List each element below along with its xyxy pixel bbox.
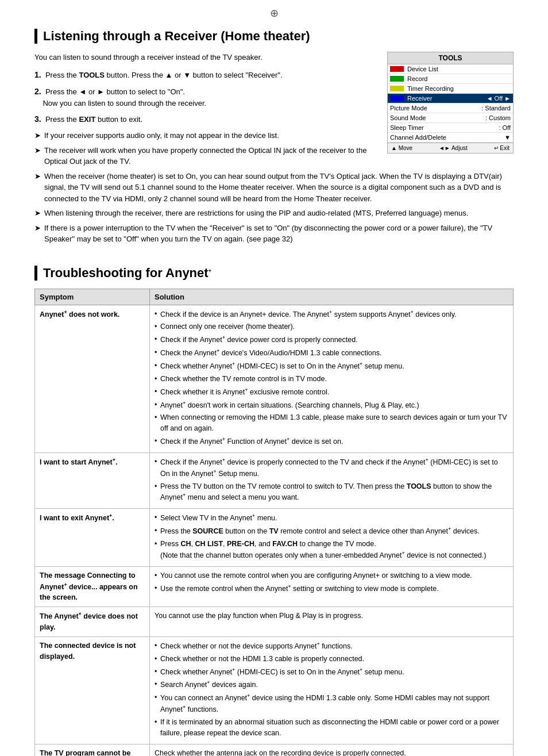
table-row: The TV program cannot be recorded. Check… <box>35 744 514 756</box>
bullet-list-1: Check if the device is an Anynet+ device… <box>155 309 508 447</box>
arrow-icon-4: ➤ <box>34 208 41 219</box>
yellow-icon <box>390 86 404 91</box>
table-row: Anynet+ does not work. Check if the devi… <box>35 305 514 452</box>
note-5: ➤ If there is a power interruption to th… <box>34 222 514 245</box>
bullet-list-6: Check whether or not the device supports… <box>155 640 508 739</box>
solution-5: You cannot use the play function when Pl… <box>150 607 514 637</box>
note-1: ➤ If your receiver supports audio only, … <box>34 130 376 141</box>
tools-box-title: TOOLS <box>388 52 513 64</box>
symptom-3: I want to exit Anynet+. <box>35 509 150 566</box>
tools-row-timerrecording: Timer Recording <box>388 84 513 94</box>
section2-title: Troubleshooting for Anynet+ <box>34 266 514 281</box>
page-container: ⊕ Listening through a Receiver (Home the… <box>0 0 548 756</box>
bullet-list-2: Check if the Anynet+ device is properly … <box>155 456 508 503</box>
table-row: The connected device is not displayed. C… <box>35 636 514 744</box>
list-item: If it is terminated by an abnormal situa… <box>155 717 508 739</box>
list-item: Check the Anynet+ device's Video/Audio/H… <box>155 347 508 359</box>
symptom-1: Anynet+ does not work. <box>35 305 150 452</box>
arrow-icon-5: ➤ <box>34 222 41 245</box>
tools-row-record: Record <box>388 74 513 84</box>
list-item: Check if the Anynet+ Function of Anynet+… <box>155 436 508 447</box>
section1: Listening through a Receiver (Home theat… <box>34 29 514 248</box>
tools-row-devicelist: Device List <box>388 64 513 74</box>
list-item: Press the SOURCE button on the TV remote… <box>155 525 508 537</box>
list-item: Check if the Anynet+ device power cord i… <box>155 334 508 346</box>
list-item: Use the remote control when the Anynet+ … <box>155 583 508 594</box>
list-item: You can connect an Anynet+ device using … <box>155 692 508 715</box>
list-item: When connecting or removing the HDMI 1.3… <box>155 412 508 434</box>
list-item: Press the TV button on the TV remote con… <box>155 481 508 504</box>
note-3: ➤ When the receiver (home theater) is se… <box>34 171 514 205</box>
list-item: Search Anynet+ devices again. <box>155 679 508 690</box>
note-2: ➤ The receiver will work when you have p… <box>34 145 376 167</box>
list-item: Press CH, CH LIST, PRE-CH, and FAV.CH to… <box>155 539 508 561</box>
list-item: Select View TV in the Anynet+ menu. <box>155 512 508 524</box>
tools-box-nav: ▲ Move ◄► Adjust ↵ Exit <box>388 143 513 153</box>
arrow-icon-3: ➤ <box>34 171 41 205</box>
symptom-5: The Anynet+ device does not play. <box>35 607 150 637</box>
col-solution-header: Solution <box>150 289 514 305</box>
tools-row-picturemode: Picture Mode : Standard <box>388 103 513 113</box>
list-item: Check whether it is Anynet+ exclusive re… <box>155 386 508 398</box>
red-icon <box>390 66 404 72</box>
tools-box: TOOLS Device List Record Timer Recording… <box>387 52 514 153</box>
table-header-row: Symptom Solution <box>35 289 514 305</box>
section1-content: TOOLS Device List Record Timer Recording… <box>34 52 514 248</box>
arrow-icon-1: ➤ <box>34 130 41 141</box>
table-row: The message Connecting to Anynet+ device… <box>35 566 514 607</box>
table-row: The Anynet+ device does not play. You ca… <box>35 607 514 637</box>
tools-row-soundmode: Sound Mode : Custom <box>388 113 513 123</box>
bullet-list-4: You cannot use the remote control when y… <box>155 570 508 594</box>
solution-1: Check if the device is an Anynet+ device… <box>150 305 514 452</box>
arrow-icon-2: ➤ <box>34 145 41 167</box>
list-item: Check whether the TV remote control is i… <box>155 374 508 385</box>
table-row: I want to exit Anynet+. Select View TV i… <box>35 509 514 566</box>
solution-3: Select View TV in the Anynet+ menu. Pres… <box>150 509 514 566</box>
list-item: Check whether or not the device supports… <box>155 640 508 652</box>
section1-title: Listening through a Receiver (Home theat… <box>34 29 514 44</box>
trouble-table: Symptom Solution Anynet+ does not work. … <box>34 289 514 757</box>
list-item: Check whether Anynet+ (HDMI-CEC) is set … <box>155 360 508 372</box>
list-item: Check if the Anynet+ device is properly … <box>155 456 508 479</box>
tools-row-receiver: Receiver ◄ Off ► <box>388 94 513 103</box>
tools-row-sleeptimer: Sleep Timer : Off <box>388 123 513 133</box>
bullet-list-3: Select View TV in the Anynet+ menu. Pres… <box>155 512 508 561</box>
list-item: Anynet+ doesn't work in certain situatio… <box>155 400 508 411</box>
blue-icon <box>390 95 404 101</box>
section2: Troubleshooting for Anynet+ Symptom Solu… <box>34 266 514 757</box>
solution-4: You cannot use the remote control when y… <box>150 566 514 607</box>
col-symptom-header: Symptom <box>35 289 150 305</box>
solution-7: Check whether the antenna jack on the re… <box>150 744 514 756</box>
green-icon <box>390 76 404 82</box>
list-item: You cannot use the remote control when y… <box>155 570 508 581</box>
table-row: I want to start Anynet+. Check if the An… <box>35 452 514 508</box>
symptom-6: The connected device is not displayed. <box>35 636 150 744</box>
crosshair-top-icon: ⊕ <box>270 7 279 20</box>
tools-row-channeladd: Channel Add/Delete ▼ <box>388 133 513 143</box>
symptom-7: The TV program cannot be recorded. <box>35 744 150 756</box>
symptom-2: I want to start Anynet+. <box>35 452 150 508</box>
solution-2: Check if the Anynet+ device is properly … <box>150 452 514 508</box>
symptom-4: The message Connecting to Anynet+ device… <box>35 566 150 607</box>
solution-6: Check whether or not the device supports… <box>150 636 514 744</box>
list-item: Check whether or not the HDMI 1.3 cable … <box>155 654 508 665</box>
list-item: Check whether Anynet+ (HDMI-CEC) is set … <box>155 666 508 678</box>
note-4: ➤ When listening through the receiver, t… <box>34 208 514 219</box>
list-item: Connect only one receiver (home theater)… <box>155 321 508 332</box>
list-item: Check if the device is an Anynet+ device… <box>155 309 508 320</box>
